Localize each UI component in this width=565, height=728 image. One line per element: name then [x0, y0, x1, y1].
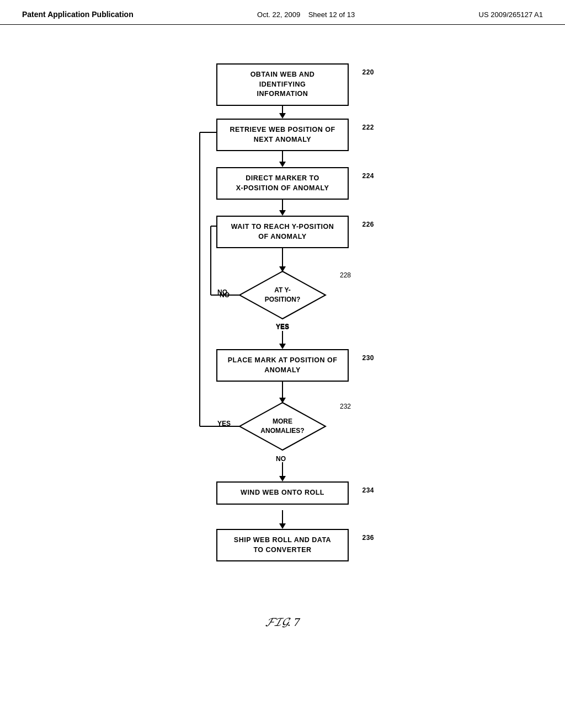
no-232-text: NO — [276, 455, 286, 463]
box-220: OBTAIN WEB AND IDENTIFYINGINFORMATION 22… — [216, 63, 349, 106]
box-226: WAIT TO REACH Y-POSITIONOF ANOMALY 226 — [216, 216, 349, 248]
ref-234: 234 — [362, 486, 374, 495]
yes-232-text: YES — [217, 420, 231, 427]
publication-date-sheet: Oct. 22, 2009 Sheet 12 of 13 — [257, 10, 355, 19]
svg-text:POSITION?: POSITION? — [265, 296, 301, 303]
box-230: PLACE MARK AT POSITION OFANOMALY 230 — [216, 349, 349, 382]
ref-228: 228 — [340, 271, 351, 279]
diamond-232-svg: MORE ANOMALIES? — [238, 402, 327, 451]
ref-224: 224 — [362, 172, 374, 181]
node-236: SHIP WEB ROLL AND DATATO CONVERTER 236 — [216, 529, 349, 561]
page-header: Patent Application Publication Oct. 22, … — [0, 0, 565, 25]
ref-222: 222 — [362, 123, 374, 132]
node-234: WIND WEB ONTO ROLL 234 — [216, 481, 349, 505]
patent-number: US 2009/265127 A1 — [479, 10, 543, 19]
node-232: MORE ANOMALIES? 232 — [238, 402, 327, 451]
box-222: RETRIEVE WEB POSITION OFNEXT ANOMALY 222 — [216, 119, 349, 151]
svg-marker-24 — [239, 271, 326, 319]
box-234: WIND WEB ONTO ROLL 234 — [216, 481, 349, 505]
box-234-text: WIND WEB ONTO ROLL — [241, 489, 324, 496]
diagram-area: OBTAIN WEB AND IDENTIFYINGINFORMATION 22… — [0, 25, 565, 629]
box-222-text: RETRIEVE WEB POSITION OFNEXT ANOMALY — [230, 126, 335, 143]
svg-text:ANOMALIES?: ANOMALIES? — [260, 427, 304, 435]
diamond-228-svg: AT Y- POSITION? — [238, 270, 327, 320]
node-220: OBTAIN WEB AND IDENTIFYINGINFORMATION 22… — [216, 63, 349, 106]
node-224: DIRECT MARKER TOX-POSITION OF ANOMALY 22… — [216, 167, 349, 200]
node-228: AT Y- POSITION? 228 NO YES — [238, 270, 327, 320]
ref-230: 230 — [362, 354, 374, 363]
node-226: WAIT TO REACH Y-POSITIONOF ANOMALY 226 — [216, 216, 349, 248]
no-228-text: NO — [217, 288, 227, 296]
box-224-text: DIRECT MARKER TOX-POSITION OF ANOMALY — [236, 174, 329, 192]
svg-text:MORE: MORE — [273, 417, 292, 425]
ref-236: 236 — [362, 533, 374, 543]
box-224: DIRECT MARKER TOX-POSITION OF ANOMALY 22… — [216, 167, 349, 200]
svg-text:AT Y-: AT Y- — [274, 286, 291, 294]
flowchart-container: OBTAIN WEB AND IDENTIFYINGINFORMATION 22… — [156, 58, 409, 598]
box-236-text: SHIP WEB ROLL AND DATATO CONVERTER — [234, 536, 331, 554]
figure-caption: 𝓕𝓘𝓖. 7 — [265, 615, 300, 629]
ref-220: 220 — [362, 68, 374, 77]
figure-caption-text: 𝓕𝓘𝓖. 7 — [265, 615, 300, 629]
node-230: PLACE MARK AT POSITION OFANOMALY 230 — [216, 349, 349, 382]
box-226-text: WAIT TO REACH Y-POSITIONOF ANOMALY — [231, 223, 334, 240]
publication-title: Patent Application Publication — [22, 10, 134, 19]
svg-marker-27 — [239, 403, 326, 450]
yes-228-text: YES — [276, 323, 289, 330]
node-222: RETRIEVE WEB POSITION OFNEXT ANOMALY 222 — [216, 119, 349, 151]
ref-232: 232 — [340, 403, 351, 410]
box-230-text: PLACE MARK AT POSITION OFANOMALY — [228, 356, 338, 374]
box-236: SHIP WEB ROLL AND DATATO CONVERTER 236 — [216, 529, 349, 561]
box-220-text: OBTAIN WEB AND IDENTIFYINGINFORMATION — [250, 71, 315, 98]
ref-226: 226 — [362, 220, 374, 229]
